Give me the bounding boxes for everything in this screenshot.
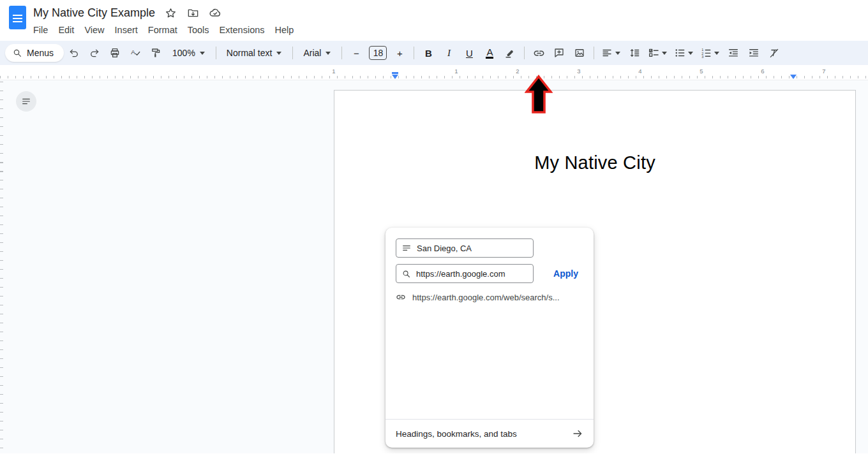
checklist-select[interactable] — [645, 44, 671, 62]
highlight-color-button[interactable] — [500, 44, 520, 62]
toolbar-divider — [292, 47, 293, 59]
google-docs-app: My Native City Example File Edit View In… — [0, 0, 868, 453]
paragraph-style-select[interactable]: Normal text — [220, 44, 289, 62]
menus-label: Menus — [27, 48, 54, 58]
toolbar: Menus A 100% Normal text Arial — [0, 41, 868, 65]
redo-button[interactable] — [84, 44, 105, 62]
ruler-ticks — [0, 76, 868, 78]
document-title-input[interactable]: My Native City Example — [33, 6, 155, 20]
cloud-status-icon[interactable] — [208, 6, 222, 20]
zoom-value: 100% — [172, 48, 195, 58]
bulleted-list-select[interactable] — [671, 44, 697, 62]
align-left-icon — [601, 47, 613, 59]
spellcheck-icon: A — [130, 47, 141, 59]
menu-format[interactable]: Format — [143, 23, 183, 37]
clear-formatting-button[interactable] — [764, 44, 784, 62]
menus-search-button[interactable]: Menus — [5, 44, 64, 62]
add-comment-icon — [553, 47, 565, 59]
left-indent-marker[interactable] — [392, 72, 398, 79]
increase-indent-icon — [748, 47, 760, 59]
ruler-number: 2 — [516, 68, 519, 75]
link-icon — [533, 47, 545, 59]
menu-extensions[interactable]: Extensions — [214, 23, 270, 37]
menubar: File Edit View Insert Format Tools Exten… — [28, 23, 299, 37]
first-line-indent-marker[interactable] — [392, 72, 398, 74]
font-size-input[interactable]: 18 — [369, 46, 387, 60]
decrease-font-size-button[interactable]: − — [346, 44, 366, 62]
ruler-number: 6 — [761, 68, 764, 75]
header: My Native City Example File Edit View In… — [0, 0, 868, 41]
highlighter-icon — [504, 47, 516, 59]
italic-button[interactable]: I — [438, 44, 459, 62]
toolbar-divider — [414, 47, 414, 59]
arrow-right-icon — [572, 428, 583, 439]
underline-button[interactable]: U — [459, 44, 479, 62]
line-spacing-button[interactable] — [624, 44, 645, 62]
zoom-select[interactable]: 100% — [166, 44, 212, 62]
menu-insert[interactable]: Insert — [110, 23, 143, 37]
decrease-indent-button[interactable] — [723, 44, 744, 62]
link-text-input[interactable] — [417, 244, 528, 253]
caret-down-icon — [661, 50, 668, 55]
font-family-select[interactable]: Arial — [297, 44, 338, 62]
link-url-input[interactable] — [416, 269, 528, 279]
link-text-field[interactable] — [396, 238, 534, 258]
document-area: My Native City Apply https://earth.googl… — [0, 80, 868, 453]
ruler-number: 1 — [454, 68, 458, 75]
font-family-value: Arial — [303, 48, 321, 58]
search-icon — [401, 269, 411, 279]
footer-label: Headings, bookmarks, and tabs — [396, 429, 517, 439]
paint-format-icon — [150, 47, 161, 59]
print-icon — [109, 47, 121, 59]
apply-button[interactable]: Apply — [548, 265, 583, 282]
numbered-list-icon: 123 — [700, 47, 712, 59]
paragraph-style-value: Normal text — [227, 48, 273, 58]
outline-icon — [21, 96, 31, 106]
show-outline-button[interactable] — [16, 91, 36, 112]
ruler-number: 7 — [822, 68, 825, 75]
svg-text:3: 3 — [702, 55, 704, 59]
print-button[interactable] — [105, 44, 125, 62]
menu-edit[interactable]: Edit — [53, 23, 79, 37]
toolbar-divider — [216, 47, 216, 59]
spellcheck-button[interactable]: A — [125, 44, 146, 62]
add-comment-button[interactable] — [549, 44, 569, 62]
search-icon — [12, 48, 22, 58]
bulleted-list-icon — [674, 47, 685, 59]
paint-format-button[interactable] — [146, 44, 166, 62]
increase-indent-button[interactable] — [744, 44, 764, 62]
menu-tools[interactable]: Tools — [183, 23, 214, 37]
horizontal-ruler[interactable]: 1 1 2 3 4 5 6 7 — [0, 65, 868, 80]
align-select[interactable] — [598, 44, 624, 62]
link-url-field[interactable] — [396, 264, 534, 283]
numbered-list-select[interactable]: 123 — [697, 44, 723, 62]
undo-button[interactable] — [64, 44, 84, 62]
move-folder-icon[interactable] — [186, 6, 200, 20]
clear-formatting-icon — [768, 47, 780, 59]
ruler-number: 1 — [332, 68, 335, 75]
right-indent-marker[interactable] — [790, 75, 797, 79]
increase-font-size-button[interactable]: + — [389, 44, 410, 62]
menu-view[interactable]: View — [79, 23, 109, 37]
line-spacing-icon — [629, 47, 640, 59]
caret-down-icon — [199, 50, 206, 55]
headings-bookmarks-tabs-row[interactable]: Headings, bookmarks, and tabs — [385, 419, 594, 448]
docs-logo-lines — [13, 15, 22, 24]
svg-text:A: A — [131, 48, 135, 55]
suggestion-url-text: https://earth.google.com/web/search/s... — [412, 293, 560, 302]
menu-file[interactable]: File — [28, 23, 53, 37]
ruler-number: 3 — [577, 68, 580, 75]
insert-image-button[interactable] — [569, 44, 590, 62]
docs-logo-icon[interactable] — [9, 6, 26, 29]
caret-down-icon — [714, 50, 720, 55]
link-suggestion-item[interactable]: https://earth.google.com/web/search/s... — [396, 292, 583, 302]
star-icon[interactable] — [163, 6, 177, 20]
bold-button[interactable]: B — [418, 44, 438, 62]
text-color-button[interactable]: A — [479, 44, 500, 62]
caret-down-icon — [687, 50, 694, 55]
caret-down-icon — [276, 50, 282, 55]
insert-link-button[interactable] — [528, 44, 549, 62]
menu-help[interactable]: Help — [270, 23, 299, 37]
decrease-indent-icon — [728, 47, 739, 59]
text-lines-icon — [401, 243, 412, 253]
